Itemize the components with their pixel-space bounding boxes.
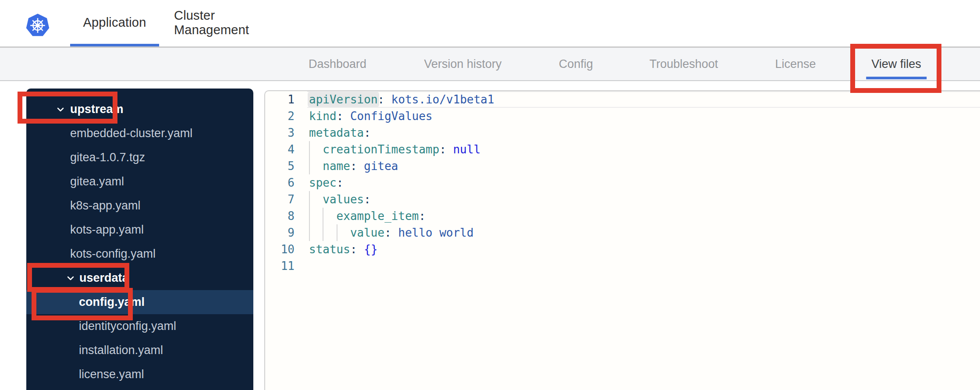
- tree-item-k8s-app-yaml[interactable]: k8s-app.yaml: [26, 194, 253, 218]
- chevron-down-icon[interactable]: [55, 104, 66, 115]
- token-punct: :: [337, 110, 344, 123]
- app-nav-bar: DashboardVersion historyConfigTroublesho…: [0, 48, 980, 81]
- code-line-6[interactable]: 6spec:: [265, 174, 980, 191]
- tree-item-label: kots-app.yaml: [70, 223, 144, 237]
- code-line-2[interactable]: 2kind: ConfigValues: [265, 108, 980, 124]
- tree-item-label: license.yaml: [79, 368, 144, 381]
- token-text: [391, 226, 398, 239]
- token-text: [357, 243, 364, 256]
- token-punct: :: [384, 226, 391, 239]
- header-tab-application[interactable]: Application: [70, 0, 159, 45]
- code-editor[interactable]: 1apiVersion: kots.io/v1beta12kind: Confi…: [264, 90, 980, 390]
- tree-item-gitea-1-0-7-tgz[interactable]: gitea-1.0.7.tgz: [26, 145, 253, 170]
- token-punct: :: [364, 126, 371, 139]
- code-line-content: apiVersion: kots.io/v1beta1: [309, 91, 494, 108]
- token-punct: :: [350, 243, 357, 256]
- token-text: [384, 93, 391, 106]
- line-number: 10: [265, 241, 295, 258]
- token-const: null: [453, 143, 481, 156]
- tree-item-label: kots-config.yaml: [70, 247, 156, 261]
- line-number: 3: [265, 124, 295, 141]
- indent-guide: [309, 208, 323, 224]
- file-tree-sidebar: upstreamembedded-cluster.yamlgitea-1.0.7…: [26, 89, 253, 390]
- tree-item-config-yaml[interactable]: config.yaml: [26, 290, 253, 314]
- tree-item-identityconfig-yaml[interactable]: identityconfig.yaml: [26, 314, 253, 338]
- tree-item-label: identityconfig.yaml: [79, 319, 176, 333]
- token-text: [343, 110, 350, 123]
- code-lines: 1apiVersion: kots.io/v1beta12kind: Confi…: [265, 91, 980, 274]
- code-line-1[interactable]: 1apiVersion: kots.io/v1beta1: [265, 91, 980, 108]
- token-val: ConfigValues: [350, 110, 433, 123]
- token-punct: :: [419, 209, 426, 223]
- chevron-down-icon[interactable]: [65, 273, 76, 284]
- line-number: 7: [265, 191, 295, 208]
- indent-guide: [323, 208, 336, 224]
- code-line-content: example_item:: [309, 208, 426, 224]
- kubernetes-logo-icon: [25, 12, 50, 38]
- code-line-11[interactable]: 11: [265, 258, 980, 274]
- tree-item-label: installation.yaml: [79, 344, 163, 357]
- code-line-10[interactable]: 10status: {}: [265, 241, 980, 258]
- token-key: values: [323, 193, 364, 206]
- tree-item-license-yaml[interactable]: license.yaml: [26, 362, 253, 386]
- nav-tab-dashboard[interactable]: Dashboard: [309, 48, 366, 80]
- app-header: ApplicationCluster Management: [0, 0, 980, 48]
- line-number: 9: [265, 224, 295, 241]
- token-val: gitea: [364, 160, 398, 173]
- nav-tab-config[interactable]: Config: [559, 48, 593, 80]
- line-number: 4: [265, 141, 295, 158]
- token-key: spec: [309, 176, 337, 189]
- nav-tab-version-history[interactable]: Version history: [424, 48, 501, 80]
- indent-guide: [309, 141, 323, 158]
- token-key: status: [309, 243, 350, 256]
- tree-item-installation-yaml[interactable]: installation.yaml: [26, 338, 253, 362]
- tree-item-upstream[interactable]: upstream: [26, 97, 253, 121]
- tree-item-label: embedded-cluster.yaml: [70, 127, 192, 140]
- line-number: 11: [265, 258, 295, 274]
- token-text: [446, 143, 453, 156]
- token-key: name: [323, 160, 350, 173]
- line-number: 2: [265, 108, 295, 124]
- token-key: kind: [309, 110, 337, 123]
- token-punct: :: [439, 143, 446, 156]
- tree-item-kots-config-yaml[interactable]: kots-config.yaml: [26, 242, 253, 266]
- code-line-8[interactable]: 8example_item:: [265, 208, 980, 224]
- token-key: metadata: [309, 126, 364, 139]
- tree-item-label: userdata: [79, 271, 129, 285]
- tree-item-label: upstream: [70, 103, 124, 116]
- token-const: {}: [364, 243, 377, 256]
- nav-tab-troubleshoot[interactable]: Troubleshoot: [650, 48, 718, 80]
- code-line-5[interactable]: 5name: gitea: [265, 158, 980, 174]
- token-punct: :: [364, 193, 371, 206]
- code-line-content: kind: ConfigValues: [309, 108, 433, 124]
- token-punct: :: [378, 93, 385, 106]
- tree-item-gitea-yaml[interactable]: gitea.yaml: [26, 170, 253, 194]
- line-number: 8: [265, 208, 295, 224]
- code-line-9[interactable]: 9value: hello world: [265, 224, 980, 241]
- token-val: hello world: [398, 226, 473, 239]
- token-key: example_item: [337, 209, 419, 223]
- tree-item-embedded-cluster-yaml[interactable]: embedded-cluster.yaml: [26, 121, 253, 145]
- tree-item-label: gitea.yaml: [70, 175, 124, 188]
- token-punct: :: [350, 160, 357, 173]
- indent-guide: [323, 224, 336, 241]
- code-line-content: spec:: [309, 174, 343, 191]
- tree-item-userdata[interactable]: userdata: [26, 266, 253, 290]
- token-key: value: [350, 226, 384, 239]
- token-text: [357, 160, 364, 173]
- indent-guide: [309, 158, 323, 174]
- tree-item-label: k8s-app.yaml: [70, 199, 141, 213]
- code-line-content: metadata:: [309, 124, 371, 141]
- indent-guide: [309, 191, 323, 208]
- header-tab-cluster-management[interactable]: Cluster Management: [174, 0, 291, 45]
- nav-tab-license[interactable]: License: [775, 48, 816, 80]
- token-val: kots.io/v1beta1: [391, 93, 494, 106]
- code-line-content: status: {}: [309, 241, 378, 258]
- line-number: 6: [265, 174, 295, 191]
- code-line-4[interactable]: 4creationTimestamp: null: [265, 141, 980, 158]
- nav-tab-view-files[interactable]: View files: [871, 48, 921, 80]
- file-tree: upstreamembedded-cluster.yamlgitea-1.0.7…: [26, 97, 253, 386]
- code-line-3[interactable]: 3metadata:: [265, 124, 980, 141]
- tree-item-kots-app-yaml[interactable]: kots-app.yaml: [26, 218, 253, 242]
- code-line-7[interactable]: 7values:: [265, 191, 980, 208]
